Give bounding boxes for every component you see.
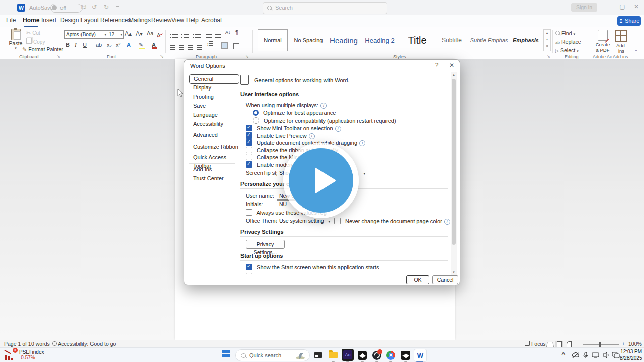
cancel-button[interactable]: Cancel <box>432 275 458 284</box>
align-right-button[interactable] <box>188 43 193 52</box>
widget-stock-icon[interactable]: 3 <box>4 349 16 361</box>
tab-mailings[interactable]: Mailings <box>129 17 151 26</box>
info-icon[interactable] <box>320 103 327 109</box>
redo-icon[interactable]: ↻ <box>104 4 109 11</box>
app-button-1[interactable] <box>356 349 368 361</box>
show-marks-button[interactable]: ¶ <box>235 29 238 35</box>
font-size-combo[interactable]: 12 ▾ <box>107 30 124 39</box>
replace-button[interactable]: ab Replace <box>555 39 581 45</box>
style-subtitle[interactable]: Subtitle <box>436 29 468 51</box>
tab-view[interactable]: View <box>171 17 184 26</box>
align-center-button[interactable] <box>179 43 184 52</box>
accessibility-status[interactable]: Accessibility: Good to go <box>52 341 116 347</box>
style-normal[interactable]: Normal <box>258 29 288 51</box>
undo-icon[interactable]: ↺ <box>92 4 97 11</box>
italic-button[interactable]: I <box>75 42 77 48</box>
page-indicator[interactable]: Page 1 of 1 <box>4 341 31 347</box>
checkbox-mini-toolbar[interactable]: Show Mini Toolbar on selection <box>246 125 341 132</box>
speaker-icon[interactable] <box>603 352 610 358</box>
dialog-scrollbar[interactable]: ▴ ▾ <box>451 72 457 275</box>
tab-design[interactable]: Design <box>60 17 79 26</box>
style-subtle-emphasis[interactable]: Subtle Emphas <box>469 29 509 51</box>
file-explorer-button[interactable] <box>327 349 339 361</box>
info-icon[interactable] <box>359 140 365 146</box>
focus-mode-button[interactable]: Focus <box>525 341 546 347</box>
decrease-indent-button[interactable] <box>206 31 212 40</box>
nav-general[interactable]: General <box>189 74 239 84</box>
widget-value[interactable]: -0.57% <box>19 355 35 360</box>
collapse-ribbon-icon[interactable]: ⌄ <box>634 48 638 52</box>
sort-button[interactable]: A↓ <box>225 30 231 35</box>
search-box[interactable]: Search <box>263 2 387 14</box>
dialog-help-icon[interactable]: ? <box>433 62 441 69</box>
tab-layout[interactable]: Layout <box>80 17 99 26</box>
chrome-button[interactable] <box>385 349 397 361</box>
grow-font-button[interactable]: A▴ <box>125 30 132 37</box>
strikethrough-button[interactable]: ab <box>96 42 102 48</box>
increase-indent-button[interactable] <box>215 31 221 40</box>
line-spacing-button[interactable]: ↕ <box>207 41 213 47</box>
style-heading2[interactable]: Heading 2 <box>361 29 398 51</box>
bullets-button[interactable] <box>170 31 178 40</box>
nav-proofing[interactable]: Proofing <box>189 93 238 101</box>
zoom-level[interactable]: 100% <box>628 341 642 347</box>
tab-home[interactable]: Home <box>23 17 39 26</box>
checkbox-update-dragging[interactable]: Update document content while dragging <box>246 139 365 146</box>
info-icon[interactable] <box>444 219 450 225</box>
nav-accessibility[interactable]: Accessibility <box>189 120 238 128</box>
subscript-button[interactable]: x₂ <box>107 42 112 48</box>
nav-trust-center[interactable]: Trust Center <box>189 174 238 183</box>
find-button[interactable]: Find ▾ <box>555 30 575 36</box>
styles-gallery-scroll[interactable]: ▴ ▾ ≡ <box>543 29 551 51</box>
video-play-overlay[interactable] <box>283 143 359 218</box>
ok-button[interactable]: OK <box>406 275 429 284</box>
font-dialog-launcher[interactable]: ↘ <box>160 54 164 59</box>
superscript-button[interactable]: x² <box>116 42 120 48</box>
cut-button[interactable]: ✂ Cut <box>26 30 40 36</box>
audition-button[interactable]: Au <box>342 349 354 361</box>
dialog-close-icon[interactable]: ✕ <box>448 62 456 69</box>
bold-button[interactable]: B <box>66 42 70 48</box>
styles-scroll-up-icon[interactable]: ▴ <box>544 30 550 36</box>
numbering-button[interactable] <box>181 31 189 40</box>
scroll-down-icon[interactable]: ▾ <box>451 270 457 274</box>
play-button-circle[interactable] <box>289 148 353 213</box>
save-icon[interactable]: 🖫 <box>80 4 87 11</box>
checkbox-page-color[interactable]: Never change the document page color <box>334 218 450 225</box>
font-color-button[interactable]: A <box>152 42 156 48</box>
nav-advanced[interactable]: Advanced <box>189 131 238 139</box>
shading-button[interactable] <box>221 42 228 49</box>
sign-in-button[interactable]: Sign in <box>571 3 597 12</box>
checkbox-partial[interactable] <box>246 273 255 275</box>
tab-references[interactable]: References <box>100 17 131 26</box>
multilevel-list-button[interactable] <box>193 31 201 40</box>
taskbar-clock[interactable]: 12:03 PM 8/28/2025 <box>620 349 642 361</box>
text-effects-button[interactable]: A <box>127 42 131 48</box>
privacy-settings-button[interactable]: Privacy Settings... <box>246 240 285 249</box>
print-layout-button[interactable] <box>555 341 564 347</box>
nav-quick-access-toolbar[interactable]: Quick Access Toolbar <box>189 153 238 162</box>
borders-button[interactable] <box>233 42 239 51</box>
nav-display[interactable]: Display <box>189 83 238 92</box>
info-icon[interactable] <box>335 126 341 132</box>
tray-expand-icon[interactable]: ^ <box>561 351 566 360</box>
microphone-icon[interactable] <box>583 352 589 359</box>
font-name-combo[interactable]: Aptos (Body) ▾ <box>64 30 108 39</box>
tab-acrobat[interactable]: Acrobat <box>201 17 222 26</box>
format-painter-button[interactable]: ✎ Format Painter <box>22 46 63 53</box>
radio-best-appearance[interactable]: Optimize for best appearance <box>253 110 336 116</box>
web-layout-button[interactable] <box>565 341 573 347</box>
zoom-in-button[interactable]: + <box>622 341 625 347</box>
radio-compatibility[interactable]: Optimize for compatibility (application … <box>253 117 396 124</box>
share-button[interactable]: ↥ Share ▾ <box>617 16 641 26</box>
styles-more-icon[interactable]: ≡ <box>544 43 550 49</box>
chat-icon[interactable] <box>612 352 620 358</box>
info-icon[interactable] <box>309 133 315 139</box>
style-emphasis[interactable]: Emphasis <box>509 29 542 51</box>
change-case-button[interactable]: Aa <box>147 30 153 36</box>
zoom-slider-thumb[interactable] <box>599 342 601 347</box>
minimize-button[interactable]: — <box>604 3 613 10</box>
underline-button[interactable]: U <box>83 42 87 48</box>
word-app-icon[interactable]: W <box>17 4 25 12</box>
align-left-button[interactable] <box>170 43 175 52</box>
